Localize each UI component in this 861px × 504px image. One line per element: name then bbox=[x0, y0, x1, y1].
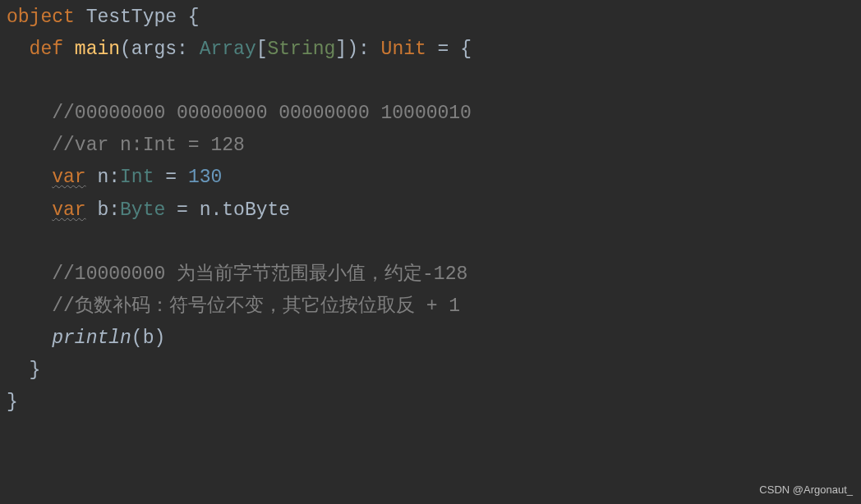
line-11: println(b) bbox=[7, 328, 165, 349]
line-13: } bbox=[7, 392, 18, 413]
line-10: //负数补码：符号位不变，其它位按位取反 + 1 bbox=[7, 296, 460, 317]
arg-b: b bbox=[143, 328, 154, 349]
line-5: //var n:Int = 128 bbox=[7, 135, 245, 156]
line-6: var n:Int = 130 bbox=[7, 167, 222, 188]
type-byte: Byte bbox=[120, 199, 165, 221]
number-130: 130 bbox=[188, 167, 222, 188]
keyword-var-1: var bbox=[52, 167, 85, 188]
object-name: TestType bbox=[86, 7, 177, 28]
line-12: } bbox=[7, 360, 40, 381]
type-int: Int bbox=[120, 167, 154, 188]
comment-range: //10000000 为当前字节范围最小值，约定-128 bbox=[52, 263, 467, 285]
code-block: object TestType { def main(args: Array[S… bbox=[7, 2, 854, 419]
keyword-var-2: var bbox=[52, 199, 85, 221]
line-7: var b:Byte = n.toByte bbox=[7, 199, 290, 221]
type-string: String bbox=[268, 39, 336, 60]
watermark-text: CSDN @Argonaut_ bbox=[759, 481, 853, 499]
keyword-object: object bbox=[7, 7, 75, 28]
var-n: n bbox=[86, 167, 109, 188]
type-array: Array bbox=[200, 39, 256, 60]
line-4: //00000000 00000000 00000000 10000010 bbox=[7, 103, 472, 124]
comment-complement: //负数补码：符号位不变，其它位按位取反 + 1 bbox=[52, 296, 460, 317]
comment-var128: //var n:Int = 128 bbox=[52, 135, 245, 156]
param-name: args bbox=[131, 39, 177, 60]
brace-close-inner: } bbox=[30, 360, 41, 381]
brace-open: { bbox=[177, 7, 200, 28]
comment-binary: //00000000 00000000 00000000 10000010 bbox=[52, 103, 472, 124]
line-9: //10000000 为当前字节范围最小值，约定-128 bbox=[7, 263, 467, 285]
line-2: def main(args: Array[String]): Unit = { bbox=[7, 39, 472, 60]
line-1: object TestType { bbox=[7, 7, 200, 28]
keyword-def: def bbox=[30, 39, 63, 60]
method-name: main bbox=[63, 39, 120, 60]
brace-close-outer: } bbox=[7, 392, 18, 413]
var-b: b bbox=[86, 199, 109, 221]
type-unit: Unit bbox=[381, 39, 426, 60]
func-println: println bbox=[52, 328, 131, 349]
expr-tobyte: n.toByte bbox=[200, 199, 290, 221]
